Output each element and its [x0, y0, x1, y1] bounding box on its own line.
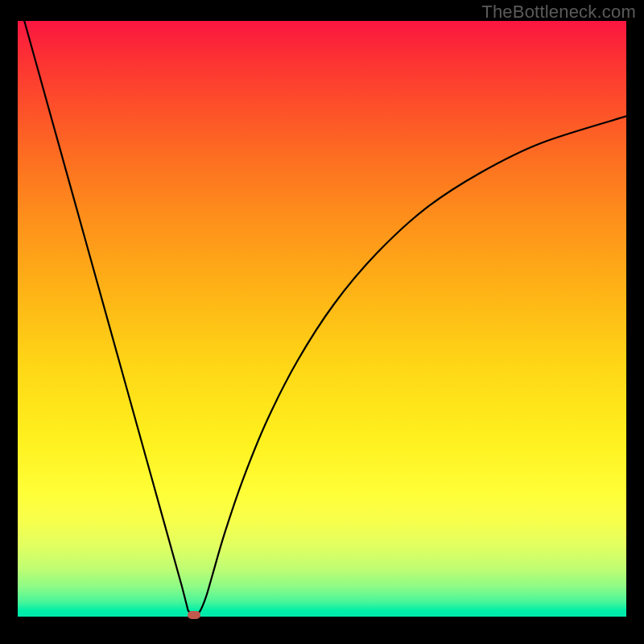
watermark-text: TheBottleneck.com [481, 2, 636, 23]
plot-bottom-border [18, 617, 626, 626]
plot-gradient-background [18, 21, 626, 617]
plot-outer [18, 21, 626, 626]
chart-frame: TheBottleneck.com [0, 0, 644, 644]
